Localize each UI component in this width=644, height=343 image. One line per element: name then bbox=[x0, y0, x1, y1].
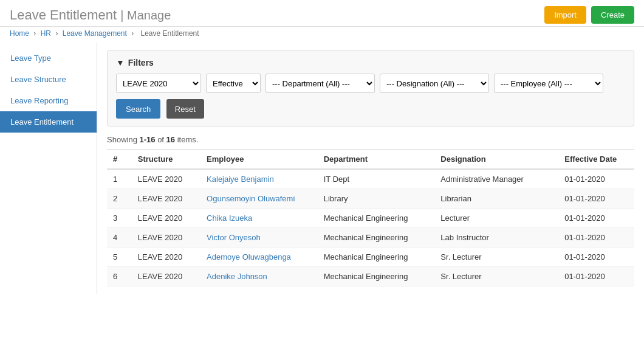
cell-designation: Administrative Manager bbox=[434, 169, 558, 189]
page-title: Leave Entitlement | Manage bbox=[10, 7, 171, 23]
cell-structure: LEAVE 2020 bbox=[132, 248, 200, 267]
results-total: 16 bbox=[166, 135, 175, 144]
title-text: Leave Entitlement bbox=[10, 7, 117, 23]
employee-link[interactable]: Adenike Johnson bbox=[207, 272, 267, 281]
cell-num: 4 bbox=[107, 228, 132, 248]
breadcrumb: Home › HR › Leave Management › Leave Ent… bbox=[0, 27, 644, 43]
employee-link[interactable]: Ademoye Oluwagbenga bbox=[207, 252, 291, 262]
employee-link[interactable]: Kalejaiye Benjamin bbox=[207, 175, 274, 184]
breadcrumb-leave-management[interactable]: Leave Management bbox=[63, 29, 127, 38]
cell-employee[interactable]: Adenike Johnson bbox=[200, 267, 318, 286]
department-select[interactable]: --- Department (All) --- bbox=[265, 74, 375, 93]
col-header-effective-date: Effective Date bbox=[558, 150, 634, 170]
table-body: 1 LEAVE 2020 Kalejaiye Benjamin IT Dept … bbox=[107, 169, 634, 286]
header-buttons: Import Create bbox=[544, 6, 634, 24]
employee-link[interactable]: Ogunsemoyin Oluwafemi bbox=[207, 194, 295, 203]
cell-effective-date: 01-01-2020 bbox=[558, 228, 634, 248]
col-header-designation: Designation bbox=[434, 150, 558, 170]
table-header-row: # Structure Employee Department Designat… bbox=[107, 150, 634, 170]
cell-effective-date: 01-01-2020 bbox=[558, 248, 634, 267]
employee-select[interactable]: --- Employee (All) --- bbox=[494, 74, 603, 93]
table-row: 4 LEAVE 2020 Victor Onyesoh Mechanical E… bbox=[107, 228, 634, 248]
table-row: 5 LEAVE 2020 Ademoye Oluwagbenga Mechani… bbox=[107, 248, 634, 267]
page-header: Leave Entitlement | Manage Import Create bbox=[0, 0, 644, 27]
cell-structure: LEAVE 2020 bbox=[132, 209, 200, 228]
filters-label: Filters bbox=[128, 58, 154, 68]
filters-title: ▼ Filters bbox=[116, 58, 625, 68]
cell-designation: Librarian bbox=[434, 189, 558, 209]
breadcrumb-home[interactable]: Home bbox=[10, 29, 29, 38]
cell-num: 6 bbox=[107, 267, 132, 286]
results-range: 1-16 bbox=[139, 135, 155, 144]
cell-department: Mechanical Engineering bbox=[318, 248, 435, 267]
filter-actions: Search Reset bbox=[116, 99, 625, 119]
cell-designation: Sr. Lecturer bbox=[434, 267, 558, 286]
filter-funnel-icon: ▼ bbox=[116, 58, 125, 68]
cell-designation: Sr. Lecturer bbox=[434, 248, 558, 267]
items-text: items. bbox=[175, 135, 198, 144]
cell-effective-date: 01-01-2020 bbox=[558, 209, 634, 228]
cell-department: Mechanical Engineering bbox=[318, 267, 435, 286]
cell-employee[interactable]: Chika Izueka bbox=[200, 209, 318, 228]
results-info: Showing 1-16 of 16 items. bbox=[107, 135, 634, 144]
leave-year-select[interactable]: LEAVE 2020 bbox=[116, 74, 201, 93]
cell-department: IT Dept bbox=[318, 169, 435, 189]
cell-effective-date: 01-01-2020 bbox=[558, 189, 634, 209]
col-header-num: # bbox=[107, 150, 132, 170]
sidebar: Leave Type Leave Structure Leave Reporti… bbox=[0, 43, 97, 294]
of-text: of bbox=[156, 135, 166, 144]
col-header-department: Department bbox=[318, 150, 435, 170]
cell-structure: LEAVE 2020 bbox=[132, 189, 200, 209]
col-header-structure: Structure bbox=[132, 150, 200, 170]
col-header-employee: Employee bbox=[200, 150, 318, 170]
cell-employee[interactable]: Victor Onyesoh bbox=[200, 228, 318, 248]
cell-designation: Lab Instructor bbox=[434, 228, 558, 248]
cell-employee[interactable]: Ogunsemoyin Oluwafemi bbox=[200, 189, 318, 209]
cell-employee[interactable]: Kalejaiye Benjamin bbox=[200, 169, 318, 189]
employee-link[interactable]: Victor Onyesoh bbox=[207, 233, 261, 242]
cell-department: Mechanical Engineering bbox=[318, 228, 435, 248]
sidebar-item-leave-entitlement[interactable]: Leave Entitlement bbox=[0, 111, 97, 133]
sidebar-item-leave-reporting[interactable]: Leave Reporting bbox=[0, 90, 97, 111]
table-row: 3 LEAVE 2020 Chika Izueka Mechanical Eng… bbox=[107, 209, 634, 228]
showing-text: Showing bbox=[107, 135, 139, 144]
cell-designation: Lecturer bbox=[434, 209, 558, 228]
cell-structure: LEAVE 2020 bbox=[132, 228, 200, 248]
data-table: # Structure Employee Department Designat… bbox=[107, 149, 634, 286]
table-row: 2 LEAVE 2020 Ogunsemoyin Oluwafemi Libra… bbox=[107, 189, 634, 209]
search-button[interactable]: Search bbox=[116, 99, 160, 119]
breadcrumb-current: Leave Entitlement bbox=[141, 29, 199, 38]
reset-button[interactable]: Reset bbox=[166, 99, 204, 119]
cell-num: 2 bbox=[107, 189, 132, 209]
content-area: ▼ Filters LEAVE 2020 Effective --- Depar… bbox=[97, 43, 644, 294]
table-row: 1 LEAVE 2020 Kalejaiye Benjamin IT Dept … bbox=[107, 169, 634, 189]
filters-panel: ▼ Filters LEAVE 2020 Effective --- Depar… bbox=[107, 50, 634, 126]
effective-select[interactable]: Effective bbox=[206, 74, 261, 93]
main-layout: Leave Type Leave Structure Leave Reporti… bbox=[0, 43, 644, 294]
sidebar-item-leave-structure[interactable]: Leave Structure bbox=[0, 69, 97, 90]
cell-num: 5 bbox=[107, 248, 132, 267]
cell-structure: LEAVE 2020 bbox=[132, 169, 200, 189]
cell-effective-date: 01-01-2020 bbox=[558, 169, 634, 189]
cell-num: 1 bbox=[107, 169, 132, 189]
employee-link[interactable]: Chika Izueka bbox=[207, 213, 252, 223]
cell-structure: LEAVE 2020 bbox=[132, 267, 200, 286]
sidebar-item-leave-type[interactable]: Leave Type bbox=[0, 47, 97, 69]
cell-department: Library bbox=[318, 189, 435, 209]
cell-num: 3 bbox=[107, 209, 132, 228]
table-row: 6 LEAVE 2020 Adenike Johnson Mechanical … bbox=[107, 267, 634, 286]
cell-department: Mechanical Engineering bbox=[318, 209, 435, 228]
page-title-area: Leave Entitlement | Manage bbox=[10, 7, 171, 23]
table-head: # Structure Employee Department Designat… bbox=[107, 150, 634, 170]
designation-select[interactable]: --- Designation (All) --- bbox=[380, 74, 489, 93]
cell-effective-date: 01-01-2020 bbox=[558, 267, 634, 286]
create-button[interactable]: Create bbox=[591, 6, 634, 24]
import-button[interactable]: Import bbox=[544, 6, 586, 24]
subtitle-text: Manage bbox=[127, 9, 171, 22]
cell-employee[interactable]: Ademoye Oluwagbenga bbox=[200, 248, 318, 267]
breadcrumb-hr[interactable]: HR bbox=[41, 29, 51, 38]
filters-row: LEAVE 2020 Effective --- Department (All… bbox=[116, 74, 625, 93]
